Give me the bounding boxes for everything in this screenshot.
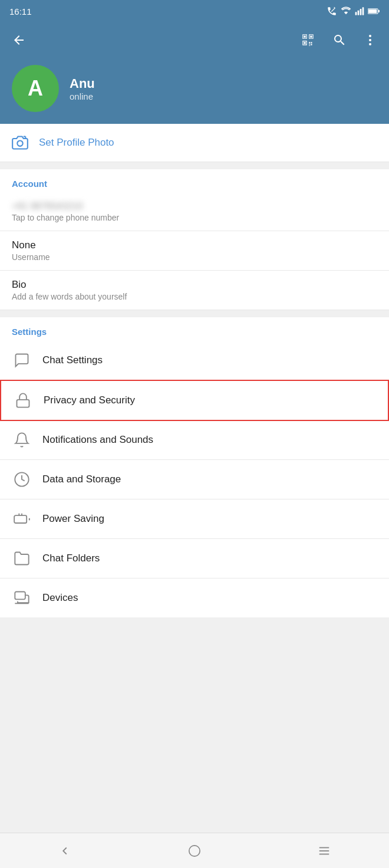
account-section: Account +91 9876543210 Tap to change pho… [0, 169, 389, 310]
status-bar: 16:11 [0, 0, 389, 22]
wifi-icon [341, 6, 351, 17]
account-section-header: Account [0, 169, 389, 193]
svg-rect-3 [362, 7, 364, 15]
lock-icon [13, 390, 33, 410]
header-actions [298, 30, 380, 50]
profile-name: Anu [70, 76, 95, 91]
chat-icon [12, 350, 32, 370]
account-section-title: Account [12, 179, 47, 189]
svg-rect-13 [17, 400, 29, 407]
profile-info: Anu online [70, 76, 95, 101]
settings-section: Settings Chat Settings Privacy and Secur… [0, 317, 389, 617]
folder-icon [12, 548, 32, 568]
avatar: A [12, 65, 59, 112]
time: 16:11 [9, 6, 32, 17]
svg-point-7 [369, 35, 371, 37]
svg-rect-1 [358, 11, 360, 15]
devices-icon [12, 588, 32, 608]
svg-point-18 [189, 845, 200, 856]
phone-number-value: +91 9876543210 [12, 201, 377, 212]
profile-section: A Anu online [0, 58, 389, 124]
devices-label: Devices [42, 592, 78, 604]
phone-number-hint: Tap to change phone number [12, 213, 377, 222]
content-area: Set Profile Photo Account +91 9876543210… [0, 124, 389, 833]
battery-status-icon [368, 7, 380, 15]
svg-rect-2 [360, 9, 362, 15]
bottom-nav [0, 833, 389, 868]
bio-value: Bio [12, 279, 377, 291]
profile-status: online [70, 91, 95, 101]
status-bar-left: 16:11 [9, 6, 32, 17]
settings-section-header: Settings [0, 317, 389, 341]
signal-icon [355, 6, 364, 16]
svg-rect-6 [378, 10, 380, 12]
svg-point-8 [369, 39, 371, 41]
settings-item-power-saving[interactable]: Power Saving [0, 499, 389, 539]
svg-rect-15 [14, 515, 27, 523]
svg-point-9 [369, 43, 371, 45]
username-item[interactable]: None Username [0, 231, 389, 271]
svg-point-10 [17, 141, 22, 146]
bell-icon [12, 430, 32, 450]
chat-folders-label: Chat Folders [42, 553, 100, 564]
bio-hint: Add a few words about yourself [12, 292, 377, 301]
username-value: None [12, 239, 377, 251]
settings-item-devices[interactable]: Devices [0, 578, 389, 617]
back-button[interactable] [9, 31, 28, 50]
bio-item[interactable]: Bio Add a few words about yourself [0, 271, 389, 310]
set-photo-row[interactable]: Set Profile Photo [0, 124, 389, 162]
svg-rect-0 [355, 12, 357, 15]
call-icon [327, 6, 337, 17]
svg-rect-16 [15, 592, 25, 600]
status-bar-right [327, 6, 380, 17]
nav-home-button[interactable] [130, 833, 259, 868]
phone-number-item[interactable]: +91 9876543210 Tap to change phone numbe… [0, 193, 389, 231]
section-divider-1 [0, 162, 389, 169]
nav-menu-button[interactable] [259, 833, 389, 868]
settings-item-chat-settings[interactable]: Chat Settings [0, 341, 389, 380]
section-divider-2 [0, 310, 389, 317]
username-label: Username [12, 252, 377, 262]
search-button[interactable] [330, 31, 349, 50]
data-storage-label: Data and Storage [42, 474, 121, 485]
settings-item-privacy-security[interactable]: Privacy and Security [0, 380, 389, 421]
privacy-security-label: Privacy and Security [44, 394, 135, 406]
qr-button[interactable] [298, 30, 318, 50]
chat-settings-label: Chat Settings [42, 354, 103, 366]
app-header [0, 22, 389, 58]
power-saving-label: Power Saving [42, 513, 104, 525]
set-photo-label: Set Profile Photo [39, 137, 114, 149]
settings-item-data-storage[interactable]: Data and Storage [0, 460, 389, 499]
notifications-label: Notifications and Sounds [42, 434, 153, 446]
camera-icon [12, 134, 28, 151]
settings-item-notifications[interactable]: Notifications and Sounds [0, 420, 389, 460]
svg-rect-5 [368, 9, 377, 13]
settings-section-title: Settings [12, 327, 47, 337]
clock-icon [12, 469, 32, 489]
settings-item-chat-folders[interactable]: Chat Folders [0, 539, 389, 578]
nav-back-button[interactable] [0, 833, 130, 868]
more-button[interactable] [361, 31, 380, 50]
power-saving-icon [12, 509, 32, 529]
